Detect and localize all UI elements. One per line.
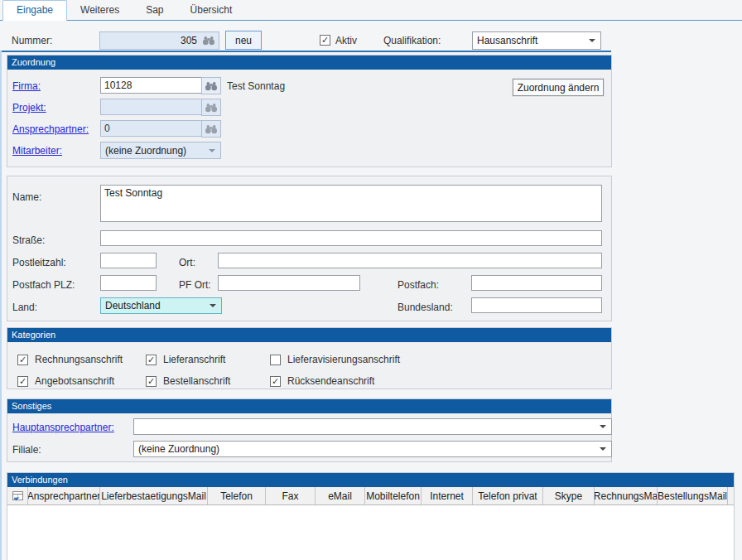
kategorie-item: Rechnungsanschrift xyxy=(17,349,146,370)
zuordnung-panel: Zuordnung Firma: Test Sonntag Zuordnung … xyxy=(7,55,612,167)
kategorie-item: Angebotsanschrift xyxy=(17,370,146,392)
column-header[interactable]: Internet xyxy=(422,487,473,504)
kategorie-checkbox[interactable] xyxy=(146,376,157,387)
postfach-input[interactable] xyxy=(471,275,602,291)
qualifikation-value: Hausanschrift xyxy=(473,35,589,46)
land-label: Land: xyxy=(12,302,37,313)
kategorie-label: Rücksendeanschrift xyxy=(287,375,374,387)
firma-search-button[interactable] xyxy=(201,77,221,94)
filiale-label: Filiale: xyxy=(12,444,41,456)
column-header[interactable]: Skype xyxy=(543,487,595,504)
kategorie-label: Lieferavisierungsanschrift xyxy=(287,354,400,365)
column-header[interactable]: RechnungsMa xyxy=(595,487,658,504)
chevron-down-icon xyxy=(589,39,595,42)
kategorie-item: Lieferavisierungsanschrift xyxy=(270,349,611,370)
kategorie-checkbox[interactable] xyxy=(146,355,157,365)
firma-link[interactable]: Firma: xyxy=(12,80,41,92)
mitarbeiter-select[interactable]: (keine Zuordnung) xyxy=(100,142,221,159)
postfach-plz-input[interactable] xyxy=(100,275,157,291)
bundesland-input[interactable] xyxy=(471,297,602,313)
kategorie-checkbox[interactable] xyxy=(270,376,281,387)
verbindungen-panel: Verbindungen Ansprechpartner Lieferbesta… xyxy=(7,472,735,560)
projekt-search-button[interactable] xyxy=(201,99,221,116)
name-label: Name: xyxy=(12,191,41,203)
column-header[interactable]: Fax xyxy=(266,487,316,504)
binoculars-icon xyxy=(205,103,218,113)
column-header-filler xyxy=(728,487,734,504)
ansprechpartner-search-button[interactable] xyxy=(201,120,221,138)
projekt-input[interactable] xyxy=(100,99,202,115)
plz-input[interactable] xyxy=(100,253,157,268)
verbindungen-table-header: Ansprechpartner LieferbestaetigungsMail … xyxy=(7,487,734,505)
firma-name-text: Test Sonntag xyxy=(227,80,285,92)
kategorie-checkbox[interactable] xyxy=(17,355,28,365)
filiale-value: (keine Zuordnung) xyxy=(134,443,600,455)
nummer-field[interactable]: 305 xyxy=(99,31,219,50)
pf-ort-label: PF Ort: xyxy=(179,279,211,291)
address-form-window: Eingabe Weiteres Sap Übersicht Nummer: 3… xyxy=(0,0,742,560)
ort-label: Ort: xyxy=(179,257,195,268)
mitarbeiter-link[interactable]: Mitarbeiter: xyxy=(12,145,62,157)
zuordnung-section-header: Zuordnung xyxy=(7,56,611,70)
verbindungen-table-body[interactable] xyxy=(7,505,734,560)
column-header[interactable]: Ansprechpartner xyxy=(28,487,100,504)
kategorie-label: Angebotsanschrift xyxy=(35,375,114,387)
neu-button[interactable]: neu xyxy=(225,31,262,50)
chevron-down-icon xyxy=(600,447,606,451)
name-textarea[interactable]: Test Sonntag xyxy=(100,185,602,222)
land-value: Deutschland xyxy=(101,300,210,311)
hauptansprechpartner-select[interactable] xyxy=(133,418,612,435)
aktiv-label: Aktiv xyxy=(335,35,357,46)
kategorie-item: Rücksendeanschrift xyxy=(270,370,611,392)
kategorie-checkbox[interactable] xyxy=(17,376,28,387)
ort-input[interactable] xyxy=(218,253,602,268)
kategorie-item: Bestellanschrift xyxy=(146,370,270,392)
column-header[interactable]: Telefon xyxy=(208,487,266,504)
accent-divider xyxy=(2,51,611,52)
qualifikation-select[interactable]: Hausanschrift xyxy=(472,31,601,50)
grid-customize-icon xyxy=(12,490,24,502)
binoculars-icon xyxy=(202,36,215,46)
column-header[interactable]: eMail xyxy=(316,487,365,504)
tab[interactable]: Weiteres xyxy=(67,1,132,20)
postfach-plz-label: Postfach PLZ: xyxy=(12,279,75,291)
filiale-select[interactable]: (keine Zuordnung) xyxy=(133,441,612,457)
ansprechpartner-link[interactable]: Ansprechpartner: xyxy=(12,123,89,135)
column-header[interactable]: Telefon privat xyxy=(473,487,543,504)
chevron-down-icon xyxy=(210,304,216,307)
firma-input[interactable] xyxy=(100,77,202,94)
tab[interactable]: Übersicht xyxy=(177,1,246,20)
nummer-label: Nummer: xyxy=(12,35,52,46)
kategorien-panel: Kategorien Rechnungsanschrift Lieferansc… xyxy=(7,327,612,389)
strasse-input[interactable] xyxy=(100,230,602,246)
hauptansprechpartner-link[interactable]: Hauptansprechpartner: xyxy=(12,422,114,433)
kategorie-label: Lieferanschrift xyxy=(163,354,225,365)
pf-ort-input[interactable] xyxy=(218,275,360,291)
adresse-panel: Name: Test Sonntag Straße: Postleitzahl:… xyxy=(7,176,612,321)
land-select[interactable]: Deutschland xyxy=(100,297,222,314)
column-header[interactable]: Mobiltelefon xyxy=(365,487,422,504)
kategorie-item: Lieferanschrift xyxy=(146,349,270,370)
verbindungen-section-header: Verbindungen xyxy=(7,473,734,487)
postfach-label: Postfach: xyxy=(398,279,439,291)
bundesland-label: Bundesland: xyxy=(398,302,453,313)
column-header[interactable]: LieferbestaetigungsMail xyxy=(100,487,208,504)
tab-bar: Eingabe Weiteres Sap Übersicht xyxy=(0,0,742,21)
qualifikation-label: Qualifikation: xyxy=(383,35,441,46)
chevron-down-icon xyxy=(209,149,215,152)
tab[interactable]: Sap xyxy=(132,1,176,20)
sonstiges-panel: Sonstiges Hauptansprechpartner: Filiale:… xyxy=(7,398,612,462)
binoculars-icon xyxy=(205,124,218,134)
tab[interactable]: Eingabe xyxy=(2,0,67,21)
kategorien-section-header: Kategorien xyxy=(7,328,611,342)
chevron-down-icon xyxy=(600,425,606,428)
sonstiges-section-header: Sonstiges xyxy=(7,399,611,413)
aktiv-checkbox[interactable] xyxy=(320,35,330,46)
projekt-link[interactable]: Projekt: xyxy=(12,102,46,113)
ansprechpartner-input[interactable] xyxy=(100,120,202,137)
kategorie-checkbox[interactable] xyxy=(270,355,281,365)
accent-left-border xyxy=(0,51,2,560)
grid-customize-button[interactable] xyxy=(7,487,28,504)
column-header[interactable]: BestellungsMail xyxy=(658,487,728,504)
zuordnung-aendern-button[interactable]: Zuordnung ändern xyxy=(513,79,604,96)
